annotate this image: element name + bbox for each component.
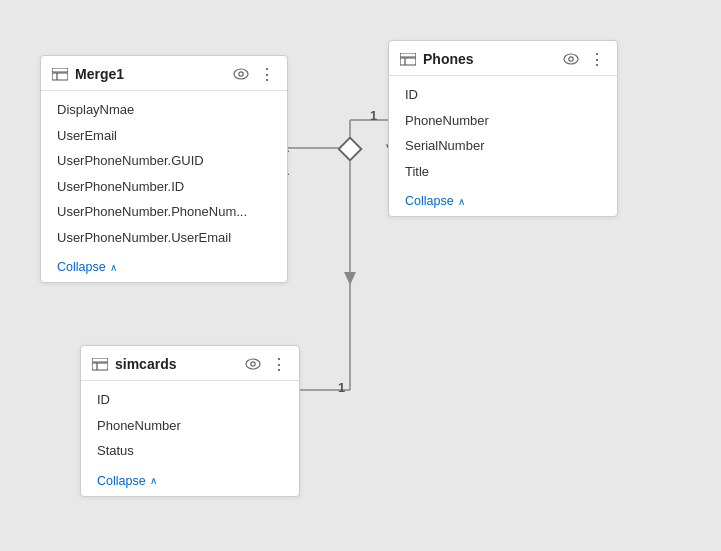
svg-rect-18 xyxy=(92,363,108,370)
table-merge1-eye-icon[interactable] xyxy=(231,64,251,84)
table-merge1-collapse[interactable]: Collapse ∧ xyxy=(41,254,287,282)
table-simcards-actions: ⋮ xyxy=(243,354,289,374)
table-phones-header: Phones ⋮ xyxy=(389,41,617,76)
table-phones-eye-icon[interactable] xyxy=(561,49,581,69)
field-row: Status xyxy=(81,438,299,464)
table-phones-title: Phones xyxy=(423,51,555,67)
table-simcards-title: simcards xyxy=(115,356,237,372)
field-row: UserPhoneNumber.UserEmail xyxy=(41,225,287,251)
svg-rect-8 xyxy=(52,73,68,80)
svg-point-10 xyxy=(234,69,248,79)
svg-point-21 xyxy=(251,362,255,366)
svg-rect-13 xyxy=(400,58,416,65)
diagram-canvas: 1 1 * 1 1 Merge1 ⋮ xyxy=(0,0,721,551)
svg-point-16 xyxy=(569,57,573,61)
table-phones-icon xyxy=(399,52,417,66)
svg-point-11 xyxy=(239,72,243,76)
rel-label-1-bottom: 1 xyxy=(338,380,345,395)
join-diamond xyxy=(337,136,362,161)
field-row: PhoneNumber xyxy=(81,413,299,439)
field-row: PhoneNumber xyxy=(389,108,617,134)
field-row: UserPhoneNumber.PhoneNum... xyxy=(41,199,287,225)
table-merge1: Merge1 ⋮ DisplayNmae UserEmail UserPhone… xyxy=(40,55,288,283)
svg-marker-6 xyxy=(344,272,356,285)
collapse-chevron-icon: ∧ xyxy=(458,196,465,207)
field-row: DisplayNmae xyxy=(41,97,287,123)
table-merge1-title: Merge1 xyxy=(75,66,225,82)
table-merge1-icon xyxy=(51,67,69,81)
table-merge1-header: Merge1 ⋮ xyxy=(41,56,287,91)
field-row: ID xyxy=(389,82,617,108)
table-simcards-eye-icon[interactable] xyxy=(243,354,263,374)
table-phones-fields: ID PhoneNumber SerialNumber Title xyxy=(389,76,617,188)
table-simcards-fields: ID PhoneNumber Status xyxy=(81,381,299,468)
field-row: UserEmail xyxy=(41,123,287,149)
field-row: Title xyxy=(389,159,617,185)
svg-rect-12 xyxy=(400,53,416,57)
table-phones-collapse[interactable]: Collapse ∧ xyxy=(389,188,617,216)
table-simcards-icon xyxy=(91,357,109,371)
collapse-chevron-icon: ∧ xyxy=(150,475,157,486)
field-row: UserPhoneNumber.GUID xyxy=(41,148,287,174)
field-row: ID xyxy=(81,387,299,413)
table-simcards: simcards ⋮ ID PhoneNumber Status Collaps… xyxy=(80,345,300,497)
svg-point-20 xyxy=(246,359,260,369)
table-simcards-header: simcards ⋮ xyxy=(81,346,299,381)
svg-rect-17 xyxy=(92,358,108,362)
table-simcards-collapse[interactable]: Collapse ∧ xyxy=(81,468,299,496)
svg-rect-7 xyxy=(52,68,68,72)
table-simcards-more-icon[interactable]: ⋮ xyxy=(269,354,289,374)
rel-label-1-top: 1 xyxy=(370,108,377,123)
table-merge1-actions: ⋮ xyxy=(231,64,277,84)
table-merge1-more-icon[interactable]: ⋮ xyxy=(257,64,277,84)
table-merge1-fields: DisplayNmae UserEmail UserPhoneNumber.GU… xyxy=(41,91,287,254)
collapse-chevron-icon: ∧ xyxy=(110,262,117,273)
field-row: SerialNumber xyxy=(389,133,617,159)
table-phones: Phones ⋮ ID PhoneNumber SerialNumber Tit… xyxy=(388,40,618,217)
svg-point-15 xyxy=(564,54,578,64)
field-row: UserPhoneNumber.ID xyxy=(41,174,287,200)
table-phones-actions: ⋮ xyxy=(561,49,607,69)
table-phones-more-icon[interactable]: ⋮ xyxy=(587,49,607,69)
